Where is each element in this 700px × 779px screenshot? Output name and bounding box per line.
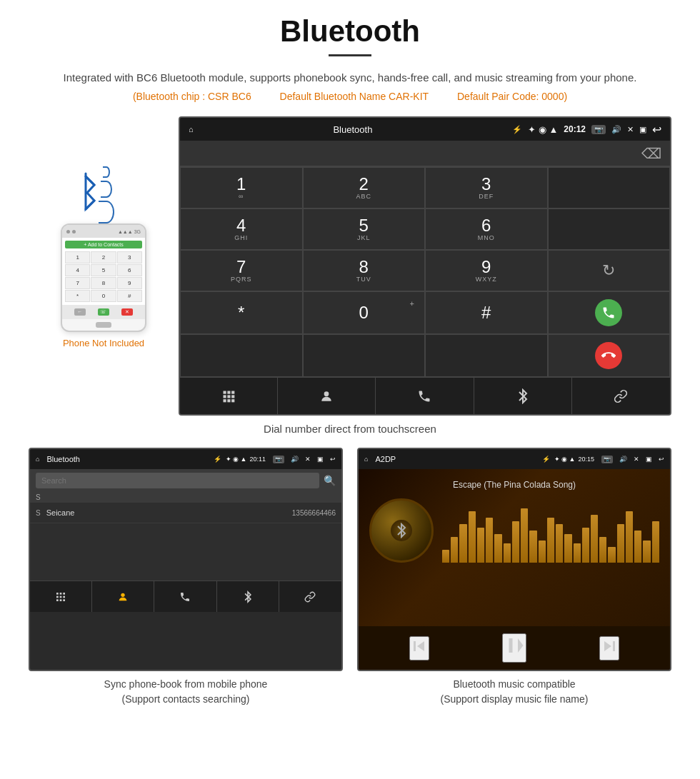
- music-camera-icon[interactable]: 📷: [601, 456, 613, 463]
- music-close-icon[interactable]: ✕: [634, 456, 639, 463]
- music-next-btn[interactable]: [599, 636, 619, 660]
- music-win-icon[interactable]: ▣: [646, 456, 652, 463]
- dial-key-star[interactable]: *: [180, 291, 303, 334]
- dial-close-icon[interactable]: ✕: [627, 125, 634, 134]
- dial-bottom-phone[interactable]: [376, 378, 474, 414]
- pb-grid-btn[interactable]: [30, 581, 92, 612]
- dial-key-8[interactable]: 8 TUV: [303, 250, 426, 291]
- pb-caption-line1: Sync phone-book from mobile phone: [104, 678, 268, 690]
- dial-key-0[interactable]: 0 +: [303, 291, 426, 334]
- pb-home-icon[interactable]: ⌂: [36, 456, 39, 463]
- svg-rect-17: [60, 599, 62, 601]
- music-back-icon[interactable]: ↩: [659, 456, 664, 463]
- dial-key-5[interactable]: 5 JKL: [303, 208, 426, 250]
- dial-bottom-bluetooth[interactable]: [474, 378, 572, 414]
- phone-key-6: 6: [117, 264, 142, 276]
- dial-key-call[interactable]: [548, 291, 671, 334]
- phone-add-contacts-btn: + Add to Contacts: [65, 241, 142, 248]
- pb-contacts-btn[interactable]: [92, 581, 154, 612]
- dial-bottom-grid[interactable]: [180, 378, 278, 414]
- dial-bottom-bar: [180, 377, 670, 414]
- left-phone-area: ▲▲▲ 3G + Add to Contacts 1 2 3 4 5 6 7 8…: [29, 116, 179, 348]
- eq-bar: [504, 543, 511, 563]
- dial-key-end[interactable]: [548, 334, 671, 377]
- svg-rect-11: [60, 593, 62, 595]
- android-dial-screen[interactable]: ⌂ Bluetooth ⚡ ✦ ◉ ▲ 20:12 📷 🔊 ✕ ▣ ↩ ⌫ 1: [179, 116, 671, 416]
- dial-key-9[interactable]: 9 WXYZ: [425, 250, 548, 291]
- eq-bar: [539, 541, 546, 563]
- music-screen-wrap: ⌂ A2DP ⚡ ✦ ◉ ▲ 20:15 📷 🔊 ✕ ▣ ↩ Escape (T…: [357, 448, 671, 707]
- pb-camera-icon[interactable]: 📷: [273, 456, 284, 463]
- music-playpause-btn[interactable]: [502, 633, 526, 663]
- svg-rect-21: [414, 641, 416, 651]
- svg-rect-8: [231, 399, 234, 402]
- dial-bottom-link[interactable]: [572, 378, 670, 414]
- music-song-title: Escape (The Pina Colada Song): [453, 480, 576, 490]
- eq-bar: [626, 511, 633, 563]
- music-prev-btn[interactable]: [409, 636, 429, 660]
- bt-name-spec: Default Bluetooth Name CAR-KIT: [280, 91, 429, 102]
- svg-rect-4: [227, 395, 230, 398]
- dial-key-hash[interactable]: #: [425, 291, 548, 334]
- pb-status-icons: ✦ ◉ ▲ 20:11: [226, 456, 266, 463]
- pb-win-icon[interactable]: ▣: [317, 456, 324, 463]
- svg-point-19: [121, 593, 125, 596]
- dial-key-6[interactable]: 6 MNO: [425, 208, 548, 250]
- music-time: 20:15: [578, 456, 594, 463]
- dial-sub-2: ABC: [356, 193, 371, 200]
- music-bt-icon: [395, 523, 408, 538]
- page-title: Bluetooth: [29, 14, 671, 49]
- eq-bar: [486, 518, 493, 563]
- contacts-icon: [319, 389, 334, 403]
- call-button[interactable]: [595, 299, 622, 326]
- pb-bottom-bar: [30, 581, 341, 612]
- phonebook-screen: ⌂ Bluetooth ⚡ ✦ ◉ ▲ 20:11 📷 🔊 ✕ ▣ ↩ 🔍: [29, 448, 343, 671]
- pb-time: 20:11: [249, 456, 266, 463]
- pb-phone-btn[interactable]: [154, 581, 216, 612]
- music-controls: [359, 626, 670, 670]
- music-home-icon[interactable]: ⌂: [364, 456, 368, 463]
- dial-back-icon[interactable]: ↩: [652, 123, 661, 136]
- pb-link-btn[interactable]: [279, 581, 341, 612]
- music-screen-title: A2DP: [372, 455, 537, 463]
- phone-end-btn: ✕: [121, 308, 133, 316]
- music-equalizer: [442, 498, 659, 563]
- dial-status-bar: ⌂ Bluetooth ⚡ ✦ ◉ ▲ 20:12 📷 🔊 ✕ ▣ ↩: [180, 118, 670, 141]
- dial-camera-icon[interactable]: 📷: [591, 125, 606, 134]
- dial-key-refresh[interactable]: ↻: [548, 250, 671, 291]
- dial-bottom-contacts[interactable]: [278, 378, 376, 414]
- music-vol-icon[interactable]: 🔊: [619, 456, 627, 463]
- pb-letter-s: S: [30, 492, 341, 503]
- end-call-icon: [601, 348, 616, 363]
- dial-home-icon[interactable]: ⌂: [189, 125, 194, 134]
- dial-key-3[interactable]: 3 DEF: [425, 167, 548, 208]
- main-content-area: ▲▲▲ 3G + Add to Contacts 1 2 3 4 5 6 7 8…: [29, 116, 671, 416]
- dial-key-1[interactable]: 1 ∞: [180, 167, 303, 208]
- dial-window-icon[interactable]: ▣: [639, 125, 646, 134]
- pb-vol-icon[interactable]: 🔊: [291, 456, 299, 463]
- pb-back-icon[interactable]: ↩: [330, 456, 336, 463]
- svg-rect-14: [60, 595, 62, 598]
- phone-key-0: 0: [91, 290, 116, 302]
- backspace-button[interactable]: ⌫: [641, 145, 661, 162]
- pb-contact-row[interactable]: S Seicane 13566664466: [30, 503, 341, 523]
- bluetooth-illustration: [71, 159, 136, 216]
- pb-empty-space: [30, 523, 341, 581]
- music-screen: ⌂ A2DP ⚡ ✦ ◉ ▲ 20:15 📷 🔊 ✕ ▣ ↩ Escape (T…: [357, 448, 671, 671]
- phone-bottom-bar: ← ☏ ✕: [62, 305, 145, 319]
- dial-key-7[interactable]: 7 PQRS: [180, 250, 303, 291]
- dial-volume-icon[interactable]: 🔊: [611, 125, 621, 134]
- dial-sub-1: ∞: [239, 193, 244, 200]
- link-icon: [614, 389, 628, 403]
- dial-key-4[interactable]: 4 GHI: [180, 208, 303, 250]
- end-call-button[interactable]: [595, 342, 622, 369]
- phone-key-3: 3: [117, 251, 142, 263]
- phone-key-5: 5: [91, 264, 116, 276]
- dial-key-2[interactable]: 2 ABC: [303, 167, 426, 208]
- pb-search-input[interactable]: [36, 473, 319, 488]
- pb-grid-icon: [55, 591, 66, 603]
- phone-key-1: 1: [65, 251, 90, 263]
- pb-bluetooth-btn[interactable]: [217, 581, 279, 612]
- pb-close-icon[interactable]: ✕: [305, 456, 311, 463]
- phone-key-7: 7: [65, 277, 90, 289]
